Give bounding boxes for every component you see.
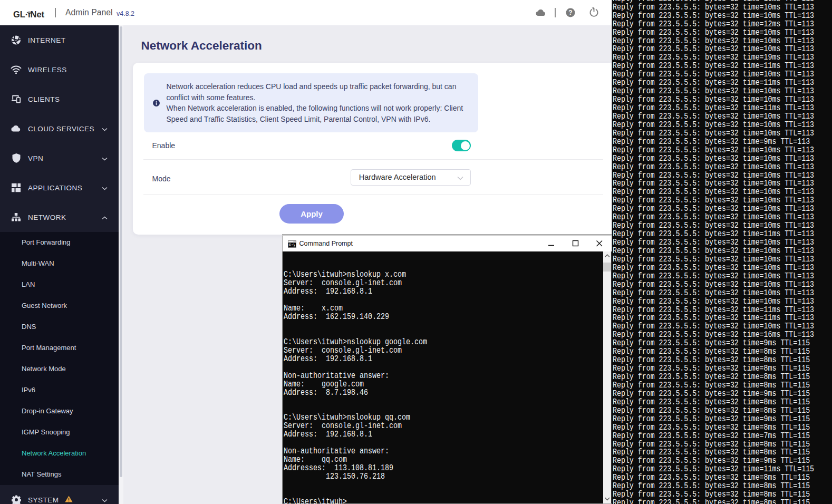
svg-text:?: ?	[568, 9, 572, 16]
